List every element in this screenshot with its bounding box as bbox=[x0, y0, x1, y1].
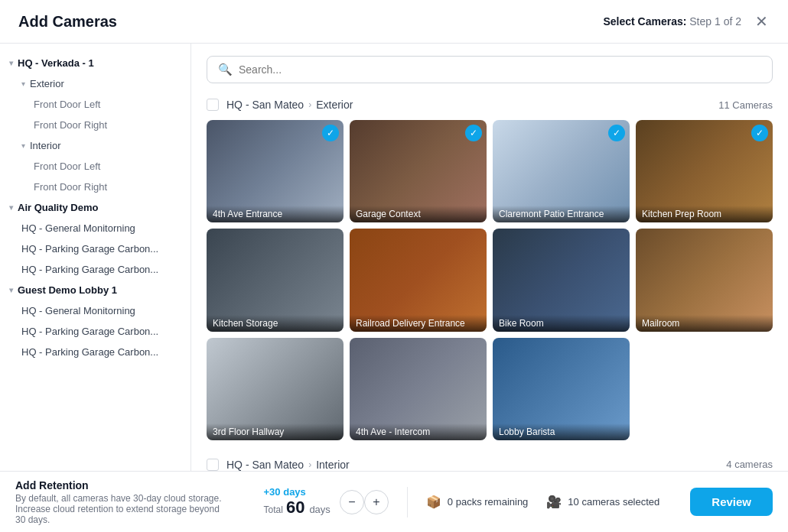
sidebar-item-hq-parking-2[interactable]: HQ - Parking Garage Carbon... bbox=[0, 259, 190, 280]
packs-status: 📦 0 packs remaining bbox=[426, 495, 529, 509]
bottom-bar: Add Retention By default, all cameras ha… bbox=[0, 471, 788, 532]
chevron-hq-verkada bbox=[9, 59, 13, 67]
retention-extra: +30 days Total 60 days bbox=[264, 486, 331, 517]
header-right: Select Cameras: Step 1 of 2 ✕ bbox=[603, 12, 770, 31]
sidebar-label-hq-verkada: HQ - Verkada - 1 bbox=[18, 57, 94, 69]
sidebar-item-front-door-left-1[interactable]: Front Door Left bbox=[0, 94, 190, 115]
sidebar-item-hq-general-1[interactable]: HQ - General Monitorning bbox=[0, 218, 190, 238]
section-header-left: HQ - San Mateo›Interior bbox=[207, 459, 350, 471]
stepper-increase[interactable]: + bbox=[364, 490, 389, 514]
camera-tile-cam-railroad[interactable]: Railroad Delivery Entrance bbox=[350, 229, 487, 331]
total-label: Total bbox=[264, 504, 283, 515]
section-org: HQ - San Mateo bbox=[226, 459, 304, 471]
camera-tile-cam-bike-room[interactable]: Bike Room bbox=[493, 229, 630, 331]
retention-stepper: − + bbox=[340, 490, 389, 514]
retention-desc-line2: Increase cloud retention to extend stora… bbox=[15, 504, 220, 525]
cameras-icon: 🎥 bbox=[546, 495, 562, 509]
camera-tile-cam-4th-ave[interactable]: ✓4th Ave Entrance bbox=[207, 120, 344, 222]
camera-label-cam-garage: Garage Context bbox=[350, 206, 487, 222]
chevron-interior bbox=[21, 141, 25, 150]
search-input[interactable] bbox=[239, 63, 761, 76]
camera-label-cam-kitchen-storage: Kitchen Storage bbox=[207, 315, 344, 332]
section-exterior-section: HQ - San Mateo›Exterior11 Cameras✓4th Av… bbox=[207, 99, 773, 440]
camera-check-cam-claremont: ✓ bbox=[608, 125, 625, 141]
retention-desc: By default, all cameras have 30-day clou… bbox=[15, 493, 230, 525]
camera-check-cam-kitchen-prep: ✓ bbox=[751, 125, 768, 141]
total-value: 60 bbox=[286, 498, 304, 517]
step-indicator: Select Cameras: Step 1 of 2 bbox=[603, 15, 741, 28]
search-bar: 🔍 bbox=[207, 56, 773, 83]
section-path-interior-section: HQ - San Mateo›Interior bbox=[226, 459, 350, 471]
section-org: HQ - San Mateo bbox=[226, 99, 304, 111]
retention-control: +30 days Total 60 days − + bbox=[264, 486, 389, 517]
packs-icon: 📦 bbox=[426, 495, 441, 509]
stepper-decrease[interactable]: − bbox=[340, 490, 364, 514]
sidebar-item-front-door-left-2[interactable]: Front Door Left bbox=[0, 156, 190, 177]
camera-label-cam-claremont: Claremont Patio Entrance bbox=[493, 206, 630, 222]
chevron-exterior bbox=[21, 79, 25, 88]
sidebar-item-hq-parking-1[interactable]: HQ - Parking Garage Carbon... bbox=[0, 238, 190, 259]
sidebar-item-front-door-right-1[interactable]: Front Door Right bbox=[0, 115, 190, 135]
step-label: Select Cameras: bbox=[603, 15, 686, 28]
camera-tile-cam-kitchen-storage[interactable]: Kitchen Storage bbox=[207, 229, 344, 331]
section-path-final: Exterior bbox=[316, 99, 353, 111]
chevron-guest-demo-lobby bbox=[9, 286, 13, 294]
search-icon: 🔍 bbox=[218, 63, 233, 76]
review-button[interactable]: Review bbox=[690, 488, 773, 516]
camera-tile-cam-claremont[interactable]: ✓Claremont Patio Entrance bbox=[493, 120, 630, 222]
bottom-controls: +30 days Total 60 days − + 📦 0 packs rem… bbox=[264, 486, 773, 517]
section-path-sep: › bbox=[308, 459, 311, 470]
camera-label-cam-4th-intercom: 4th Ave - Intercom bbox=[350, 423, 487, 440]
camera-label-cam-kitchen-prep: Kitchen Prep Room bbox=[636, 206, 773, 222]
sidebar-item-hq-general-2[interactable]: HQ - General Monitorning bbox=[0, 300, 190, 321]
section-path-exterior-section: HQ - San Mateo›Exterior bbox=[226, 99, 353, 111]
close-button[interactable]: ✕ bbox=[754, 12, 770, 31]
sidebar-label-hq-general-2: HQ - General Monitorning bbox=[21, 305, 135, 316]
section-checkbox-exterior-section[interactable] bbox=[207, 99, 219, 111]
section-header-interior-section: HQ - San Mateo›Interior4 cameras bbox=[207, 459, 773, 471]
sidebar-item-hq-parking-4[interactable]: HQ - Parking Garage Carbon... bbox=[0, 342, 190, 362]
section-count-exterior-section: 11 Cameras bbox=[718, 99, 773, 111]
sidebar-item-hq-parking-3[interactable]: HQ - Parking Garage Carbon... bbox=[0, 321, 190, 342]
sidebar-label-front-door-left-2: Front Door Left bbox=[34, 161, 100, 172]
camera-tile-cam-mailroom[interactable]: Mailroom bbox=[636, 229, 773, 331]
sidebar-item-exterior[interactable]: Exterior bbox=[0, 73, 190, 94]
sidebar-label-hq-parking-1: HQ - Parking Garage Carbon... bbox=[21, 243, 158, 255]
sidebar-item-hq-verkada[interactable]: HQ - Verkada - 1 bbox=[0, 53, 190, 73]
camera-tile-cam-garage[interactable]: ✓Garage Context bbox=[350, 120, 487, 222]
main-layout: HQ - Verkada - 1ExteriorFront Door LeftF… bbox=[0, 44, 788, 471]
sidebar-label-front-door-right-2: Front Door Right bbox=[34, 181, 107, 193]
section-count-interior-section: 4 cameras bbox=[726, 459, 773, 470]
sidebar-label-guest-demo-lobby: Guest Demo Lobby 1 bbox=[18, 284, 117, 296]
camera-tile-cam-kitchen-prep[interactable]: ✓Kitchen Prep Room bbox=[636, 120, 773, 222]
sidebar-label-air-quality-demo: Air Quality Demo bbox=[18, 202, 98, 213]
camera-tile-cam-4th-intercom[interactable]: 4th Ave - Intercom bbox=[350, 338, 487, 440]
section-checkbox-interior-section[interactable] bbox=[207, 459, 219, 471]
camera-label-cam-3rd-floor: 3rd Floor Hallway bbox=[207, 423, 344, 440]
sidebar-item-guest-demo-lobby[interactable]: Guest Demo Lobby 1 bbox=[0, 280, 190, 300]
sidebar-label-exterior: Exterior bbox=[30, 78, 64, 89]
camera-label-cam-4th-ave: 4th Ave Entrance bbox=[207, 206, 344, 222]
total-suffix: days bbox=[309, 504, 330, 515]
sidebar-label-front-door-left-1: Front Door Left bbox=[34, 99, 100, 110]
section-header-left: HQ - San Mateo›Exterior bbox=[207, 99, 353, 111]
sidebar-item-front-door-right-2[interactable]: Front Door Right bbox=[0, 177, 190, 197]
camera-tile-cam-3rd-floor[interactable]: 3rd Floor Hallway bbox=[207, 338, 344, 440]
sidebar-label-hq-parking-4: HQ - Parking Garage Carbon... bbox=[21, 346, 158, 358]
sidebar-item-interior[interactable]: Interior bbox=[0, 135, 190, 156]
content-area: 🔍 HQ - San Mateo›Exterior11 Cameras✓4th … bbox=[191, 44, 788, 471]
section-header-exterior-section: HQ - San Mateo›Exterior11 Cameras bbox=[207, 99, 773, 111]
section-path-final: Interior bbox=[316, 459, 350, 471]
sidebar: HQ - Verkada - 1ExteriorFront Door LeftF… bbox=[0, 44, 191, 471]
divider bbox=[407, 487, 408, 517]
sidebar-label-front-door-right-1: Front Door Right bbox=[34, 119, 107, 131]
cameras-status: 🎥 10 cameras selected bbox=[546, 495, 659, 509]
sidebar-label-hq-general-1: HQ - General Monitorning bbox=[21, 222, 135, 234]
section-path-sep: › bbox=[308, 99, 311, 110]
sidebar-item-air-quality-demo[interactable]: Air Quality Demo bbox=[0, 197, 190, 218]
camera-label-cam-mailroom: Mailroom bbox=[636, 315, 773, 332]
camera-label-cam-bike-room: Bike Room bbox=[493, 315, 630, 332]
camera-tile-cam-lobby-barista[interactable]: Lobby Barista bbox=[493, 338, 630, 440]
chevron-air-quality-demo bbox=[9, 203, 13, 212]
cameras-label: 10 cameras selected bbox=[568, 496, 659, 508]
